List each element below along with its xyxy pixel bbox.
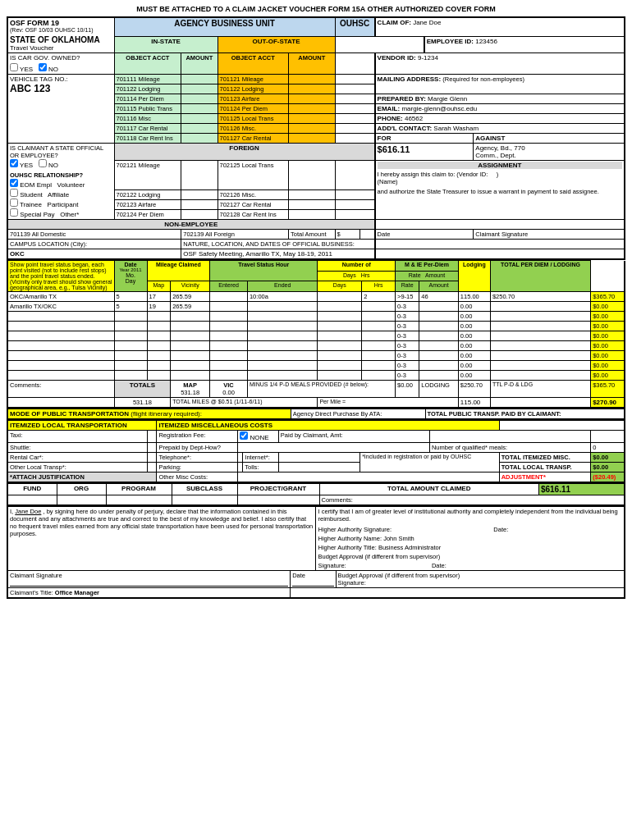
transport-row: MODE OF PUBLIC TRANSPORTATION (flight it… <box>7 409 625 420</box>
against-label1: Agency, Bd., 770 <box>475 144 622 152</box>
transport-mode-text: MODE OF PUBLIC TRANSPORTATION <box>10 410 129 418</box>
spacer5 <box>335 94 375 104</box>
eom-cb[interactable] <box>10 179 18 187</box>
in-amt-3 <box>181 104 218 114</box>
program-value <box>106 495 172 506</box>
travel-voucher: Travel Voucher <box>10 44 112 52</box>
reg-fee-value: NONE <box>238 431 279 443</box>
date-label-th: Date <box>117 262 145 267</box>
other-misc-value <box>238 472 499 483</box>
tr3-rate <box>419 322 459 331</box>
tr6-map <box>171 351 210 361</box>
higher-title-label: Higher Authority Title: <box>318 544 376 551</box>
spacer11 <box>335 190 375 200</box>
tr4-from <box>7 331 114 341</box>
for-code2-1: 702126 Misc. <box>218 190 289 200</box>
lodging-ttl-label: LODGING <box>419 381 459 398</box>
tr6-days <box>362 351 396 361</box>
vehicle-tag-cell: VEHICLE TAG NO.: ABC 123 <box>7 75 114 144</box>
total-per-diem-header: TOTAL PER DIEM / LODGING <box>490 261 590 292</box>
foreign-header: FOREIGN <box>114 144 375 161</box>
itemized-headers: ITEMIZED LOCAL TRANSPORTATION ITEMIZED M… <box>7 421 625 431</box>
vic-label: VIC <box>212 381 245 389</box>
for-code2-2: 702127 Car Rental <box>218 200 289 210</box>
tr8-hrs: 0-3 <box>396 371 419 381</box>
yes-checkbox[interactable] <box>10 63 18 71</box>
for-amount-cell: $616.11 <box>375 144 474 161</box>
transport-total: TOTAL PUBLIC TRANSP. PAID BY CLAIMANT: <box>425 409 625 420</box>
in-amt-0 <box>181 75 218 84</box>
for-code2-3: 702128 Car Rent Ins <box>218 210 289 220</box>
tr4-map <box>171 331 210 341</box>
rental-car-value <box>147 453 156 463</box>
tr4-mo <box>114 331 147 341</box>
spacer2 <box>335 53 375 75</box>
out-code-1: 701122 Lodging <box>218 84 289 94</box>
special-pay-cb[interactable] <box>10 208 18 217</box>
none-label: NONE <box>250 434 268 441</box>
budget-approval-cell: Budget Approval (if different from super… <box>336 571 625 588</box>
for-amount: $616.11 <box>378 144 410 154</box>
vicinity-header: Vicinity <box>171 281 210 292</box>
agency-unit-header: AGENCY BUSINESS UNIT <box>114 17 335 37</box>
none-checkbox[interactable] <box>240 431 248 440</box>
tr0-amount: 115.00 <box>458 292 490 302</box>
tr6-hrs: 0-3 <box>396 351 419 361</box>
tr0-map: 265.59 <box>171 292 210 302</box>
no-checkbox[interactable] <box>39 63 47 71</box>
tr8-lodging <box>490 371 590 381</box>
tr6-mo <box>114 351 147 361</box>
in-code-6: 701118 Car Rent Ins <box>114 134 181 144</box>
trainee-cb[interactable] <box>10 199 18 207</box>
miles-total: $270.90 <box>591 398 625 409</box>
signature-row: I, Jane Doe , by signing here do under p… <box>7 507 625 571</box>
tr4-days <box>362 331 396 341</box>
tr1-mo: 5 <box>114 302 147 312</box>
spacer1 <box>335 37 424 53</box>
tr3-map <box>171 322 210 331</box>
in-obj-acct: OBJECT ACCT <box>114 53 181 75</box>
spacer-title <box>291 588 625 599</box>
meals-amount: $0.00 <box>396 381 419 398</box>
tr3-from <box>7 322 114 331</box>
amount-header: Amount <box>419 281 459 292</box>
vendor-id-cell: VENDOR ID: 9-1234 <box>375 53 625 75</box>
final-sig-row: Claimant Signature Date Budget Approval … <box>7 571 625 588</box>
tr5-from <box>7 341 114 351</box>
claimant-no-cb[interactable] <box>39 159 47 167</box>
tr7-vic <box>210 361 248 371</box>
in-code-2: 701114 Per Diem <box>114 94 181 104</box>
penalty-body: , by signing here do under penalty of pe… <box>10 508 313 537</box>
higher-title-value: Business Administrator <box>378 544 441 551</box>
tr3-mo <box>114 322 147 331</box>
tr1-amount: 0.00 <box>458 302 490 312</box>
against-label: AGAINST <box>475 135 505 142</box>
tr2-entered <box>247 312 318 322</box>
campus-loc-value: OKC <box>7 249 181 260</box>
travel-row-8: 0-3 0.00 $0.00 <box>7 371 625 381</box>
taxi-value <box>147 431 156 443</box>
date-sig-label: Date <box>375 230 474 240</box>
tr8-from <box>7 371 114 381</box>
out-code-0: 701121 Mileage <box>218 75 289 84</box>
out-state-header: OUT-OF-STATE <box>218 37 335 53</box>
employee-id-cell: EMPLOYEE ID: 123456 <box>424 37 625 53</box>
claimant-yes-cb[interactable] <box>10 159 18 167</box>
tr4-day <box>147 331 171 341</box>
tr6-rate <box>419 351 459 361</box>
out-amt-1 <box>289 84 335 94</box>
budget-sig-label2: Signature: <box>338 579 622 587</box>
claim-of-value: Jane Doe <box>413 19 441 26</box>
totals-label: TOTALS <box>114 381 171 398</box>
student-cb[interactable] <box>10 189 18 197</box>
spacer8 <box>335 124 375 134</box>
campus-loc-label: CAMPUS LOCATION (City): <box>7 240 181 249</box>
claimant-title-value: Office Manager <box>55 589 99 596</box>
tr6-amount: 0.00 <box>458 351 490 361</box>
tr2-days <box>362 312 396 322</box>
miles-label: TOTAL MILES @ $0.51 (1/11-6/11) <box>171 398 318 409</box>
map-label: MAP <box>172 381 208 389</box>
in-code-4: 701116 Misc <box>114 114 181 124</box>
in-code-3: 701115 Public Trans <box>114 104 181 114</box>
employee-id-value: 123456 <box>475 38 497 45</box>
